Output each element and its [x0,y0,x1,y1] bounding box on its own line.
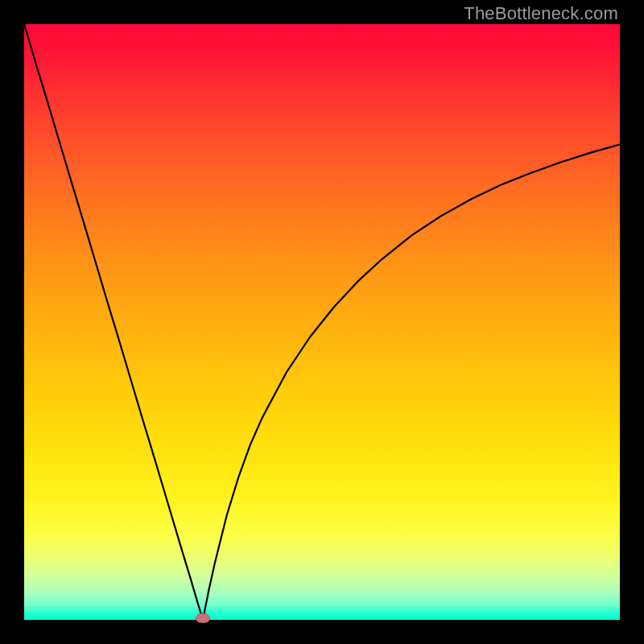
watermark-text: TheBottleneck.com [464,3,618,24]
plot-area [24,24,620,620]
chart-frame: TheBottleneck.com [0,0,644,644]
bottleneck-curve [24,24,620,620]
minimum-marker [196,613,210,623]
curve-path [24,24,620,620]
